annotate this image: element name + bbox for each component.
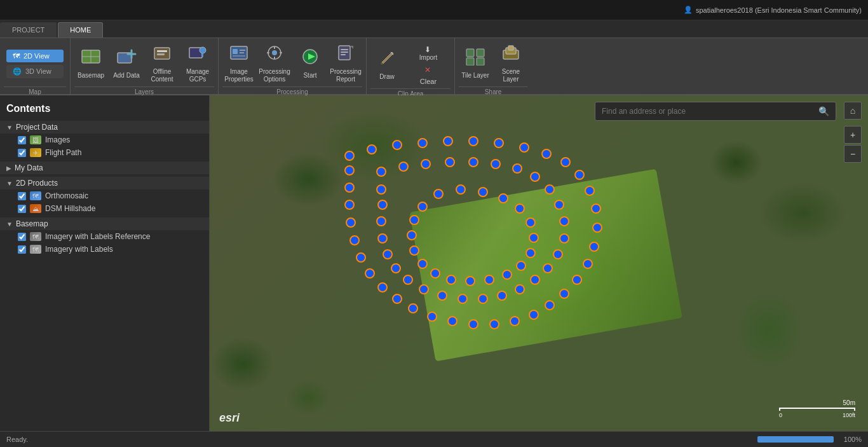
import-button[interactable]: ⬇ Import xyxy=(406,43,451,64)
ribbon-map-group: 🗺 2D View 🌐 3D View Map xyxy=(0,38,71,95)
tree-item-imagery-labels[interactable]: 🗺 Imagery with Labels xyxy=(0,243,209,256)
main-content: Contents ▼ Project Data 🖼 Images ✈ Fligh… xyxy=(0,95,868,431)
imagery-labels-ref-checkbox[interactable] xyxy=(18,233,26,241)
ribbon: 🗺 2D View 🌐 3D View Map Basemap xyxy=(0,38,868,95)
3d-view-button[interactable]: 🌐 3D View xyxy=(6,65,64,78)
svg-rect-35 xyxy=(477,58,484,65)
home-control-button[interactable]: ⌂ xyxy=(844,102,862,120)
processing-options-icon xyxy=(264,44,285,66)
svg-rect-27 xyxy=(341,49,348,50)
start-icon xyxy=(300,48,320,70)
basemap-button[interactable]: Basemap xyxy=(74,41,107,86)
status-bar: Ready. 100% xyxy=(0,431,868,447)
imagery-labels-label: Imagery with Labels xyxy=(45,245,113,254)
ribbon-share-group: Tile Layer Scene Layer Share xyxy=(455,38,531,95)
svg-rect-20 xyxy=(274,46,275,49)
tree-group-project-data: ▼ Project Data 🖼 Images ✈ Flight Path xyxy=(0,121,209,159)
user-name: spatialheroes2018 (Esri Indonesia Smart … xyxy=(696,6,862,14)
import-icon: ⬇ xyxy=(424,45,431,54)
svg-rect-33 xyxy=(477,49,484,57)
my-data-label: My Data xyxy=(15,163,43,172)
flight-path-layer-icon: ✈ xyxy=(30,148,41,157)
processing-report-icon xyxy=(336,44,356,66)
tree-item-orthomosaic[interactable]: 🗺 Orthomosaic xyxy=(0,189,209,202)
2d-products-arrow: ▼ xyxy=(6,180,13,187)
dsm-checkbox[interactable] xyxy=(18,205,26,213)
images-layer-icon: 🖼 xyxy=(30,135,41,144)
basemap-icon xyxy=(81,48,101,70)
esri-watermark: esri xyxy=(219,411,240,425)
layers-group-label: Layers xyxy=(74,86,214,95)
svg-rect-14 xyxy=(233,49,238,54)
tab-project[interactable]: PROJECT xyxy=(0,22,57,38)
clear-x-icon: ✕ xyxy=(424,65,431,74)
scene-layer-button[interactable]: Scene Layer xyxy=(494,41,527,86)
layers-buttons: Basemap Add Data Offline Content Manage … xyxy=(74,41,214,86)
tab-home[interactable]: HOME xyxy=(58,22,103,38)
zoom-in-button[interactable]: + xyxy=(844,126,862,144)
start-button[interactable]: Start xyxy=(294,41,327,86)
map-background xyxy=(210,95,868,431)
draw-button[interactable]: Draw xyxy=(370,43,403,87)
tree-group-basemap: ▼ Basemap 🗺 Imagery with Labels Referenc… xyxy=(0,217,209,256)
map-container[interactable]: 🔍 ⌂ + − xyxy=(210,95,868,431)
basemap-tree-header[interactable]: ▼ Basemap xyxy=(0,217,209,230)
images-label: Images xyxy=(45,135,70,144)
svg-rect-38 xyxy=(508,46,513,50)
svg-rect-28 xyxy=(341,52,348,53)
basemap1-layer-icon: 🗺 xyxy=(30,232,41,241)
images-checkbox[interactable] xyxy=(18,136,26,144)
svg-rect-21 xyxy=(274,57,275,59)
share-buttons: Tile Layer Scene Layer xyxy=(459,41,527,86)
scene-layer-icon xyxy=(501,44,521,66)
tree-item-imagery-labels-ref[interactable]: 🗺 Imagery with Labels Reference xyxy=(0,230,209,243)
ready-text: Ready. xyxy=(6,436,28,443)
tile-layer-icon xyxy=(465,48,485,70)
zoom-level: 100% xyxy=(844,436,862,443)
zoom-out-button[interactable]: − xyxy=(844,145,862,163)
add-data-icon xyxy=(116,48,137,70)
2d-products-header[interactable]: ▼ 2D Products xyxy=(0,177,209,189)
ortho-layer-icon: 🗺 xyxy=(30,191,41,200)
svg-rect-12 xyxy=(202,53,203,57)
manage-gcps-button[interactable]: Manage GCPs xyxy=(181,41,214,86)
imagery-labels-checkbox[interactable] xyxy=(18,245,26,254)
basemap2-layer-icon: 🗺 xyxy=(30,245,41,254)
offline-content-button[interactable]: Offline Content xyxy=(146,41,179,86)
svg-rect-34 xyxy=(466,58,474,65)
svg-rect-9 xyxy=(157,53,165,55)
central-park-area xyxy=(409,168,682,361)
2d-view-button[interactable]: 🗺 2D View xyxy=(6,50,64,62)
orthomosaic-checkbox[interactable] xyxy=(18,192,26,200)
status-right: 100% xyxy=(757,436,862,443)
add-data-button[interactable]: Add Data xyxy=(110,41,143,86)
view-buttons: 🗺 2D View 🌐 3D View xyxy=(4,41,66,86)
title-bar: 👤 spatialheroes2018 (Esri Indonesia Smar… xyxy=(0,0,868,20)
flight-path-checkbox[interactable] xyxy=(18,149,26,157)
processing-group-label: Processing xyxy=(222,86,362,95)
sidebar: Contents ▼ Project Data 🖼 Images ✈ Fligh… xyxy=(0,95,210,431)
contents-title: Contents xyxy=(0,99,209,121)
search-input[interactable] xyxy=(602,107,818,116)
processing-report-button[interactable]: Processing Report xyxy=(329,41,362,86)
svg-point-11 xyxy=(200,47,206,53)
svg-rect-32 xyxy=(466,49,474,57)
my-data-arrow: ▶ xyxy=(6,165,11,172)
scale-bar: 50m 0 100ft xyxy=(779,399,855,418)
svg-point-19 xyxy=(272,50,277,55)
project-data-header[interactable]: ▼ Project Data xyxy=(0,121,209,134)
orthomosaic-label: Orthomosaic xyxy=(45,191,88,200)
draw-icon xyxy=(377,48,397,71)
tile-layer-button[interactable]: Tile Layer xyxy=(459,41,492,86)
tree-item-images[interactable]: 🖼 Images xyxy=(0,134,209,146)
2d-products-label: 2D Products xyxy=(16,179,58,188)
clear-button[interactable]: ✕ Clear xyxy=(406,65,451,86)
svg-rect-22 xyxy=(267,52,269,53)
processing-options-button[interactable]: Processing Options xyxy=(258,41,291,86)
scale-0-label: 0 xyxy=(779,412,782,418)
search-icon[interactable]: 🔍 xyxy=(818,106,829,116)
tree-item-flight-path[interactable]: ✈ Flight Path xyxy=(0,146,209,159)
my-data-header[interactable]: ▶ My Data xyxy=(0,162,209,174)
tree-item-dsm-hillshade[interactable]: ⛰ DSM Hillshade xyxy=(0,202,209,215)
image-properties-button[interactable]: Image Properties xyxy=(222,41,255,86)
